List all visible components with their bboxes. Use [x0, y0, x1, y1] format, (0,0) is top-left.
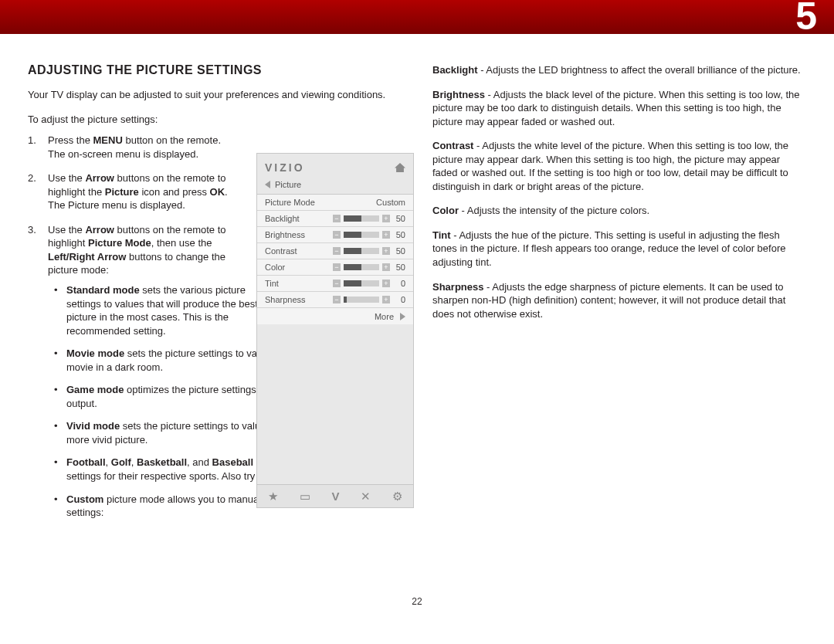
- osd-row[interactable]: Picture ModeCustom: [257, 195, 413, 211]
- osd-row-value: Custom: [376, 198, 405, 207]
- osd-row[interactable]: Backlight−+50: [257, 211, 413, 227]
- page-number: 22: [0, 596, 834, 607]
- plus-icon[interactable]: +: [382, 247, 390, 255]
- osd-breadcrumb[interactable]: Picture: [257, 177, 413, 195]
- slider-bar[interactable]: [344, 215, 379, 222]
- osd-row[interactable]: Color−+50: [257, 259, 413, 276]
- osd-row-value: −+50: [333, 214, 405, 223]
- slider-bar[interactable]: [344, 264, 379, 270]
- plus-icon[interactable]: +: [382, 215, 390, 222]
- step-2: Use the Arrow buttons on the remote to h…: [28, 171, 238, 212]
- osd-row-label: Tint: [265, 279, 279, 288]
- right-column: Backlight - Adjusts the LED brightness t…: [432, 63, 806, 604]
- desc-backlight: Backlight - Adjusts the LED brightness t…: [432, 63, 806, 77]
- plus-icon[interactable]: +: [382, 280, 390, 287]
- close-icon[interactable]: ✕: [361, 490, 371, 503]
- osd-footer: ★ ▭ V ✕ ⚙: [257, 484, 413, 507]
- minus-icon[interactable]: −: [333, 296, 341, 303]
- osd-row[interactable]: Contrast−+50: [257, 243, 413, 259]
- plus-icon[interactable]: +: [382, 296, 390, 303]
- osd-row[interactable]: Sharpness−+0: [257, 292, 413, 308]
- slider-value: 0: [393, 279, 405, 288]
- osd-row-value: −+0: [333, 295, 405, 304]
- osd-panel: VIZIO Picture Picture ModeCustomBackligh…: [256, 153, 414, 508]
- more-label: More: [375, 312, 394, 321]
- back-icon[interactable]: [265, 181, 270, 188]
- desc-tint: Tint - Adjusts the hue of the picture. T…: [432, 229, 806, 269]
- home-icon[interactable]: [395, 163, 405, 172]
- slider-bar[interactable]: [344, 248, 379, 254]
- osd-more[interactable]: More: [257, 308, 413, 324]
- desc-contrast: Contrast - Adjusts the white level of th…: [432, 139, 806, 193]
- osd-row-label: Picture Mode: [265, 198, 315, 207]
- osd-row-label: Backlight: [265, 214, 300, 223]
- crumb-label: Picture: [275, 180, 301, 189]
- chevron-right-icon[interactable]: [400, 313, 405, 320]
- lead-text: To adjust the picture settings:: [28, 113, 402, 127]
- slider-value: 50: [393, 230, 405, 239]
- bullet-standard: Standard mode sets the various picture s…: [48, 283, 258, 337]
- minus-icon[interactable]: −: [333, 215, 341, 222]
- osd-row-label: Sharpness: [265, 295, 306, 304]
- minus-icon[interactable]: −: [333, 280, 341, 287]
- plus-icon[interactable]: +: [382, 263, 390, 271]
- star-icon[interactable]: ★: [268, 490, 278, 503]
- osd-row-value: −+50: [333, 246, 405, 256]
- osd-row-value: −+0: [333, 279, 405, 288]
- page-body: Adjusting the Picture Settings Your TV d…: [0, 34, 834, 612]
- slider-value: 50: [393, 263, 405, 272]
- desc-sharpness: Sharpness - Adjusts the edge sharpness o…: [432, 280, 806, 321]
- desc-color: Color - Adjusts the intensity of the pic…: [432, 204, 806, 218]
- osd-text-value: Custom: [376, 198, 405, 207]
- gear-icon[interactable]: ⚙: [392, 490, 402, 503]
- slider-value: 0: [393, 295, 405, 304]
- chapter-number: 5: [795, 0, 817, 39]
- plus-icon[interactable]: +: [382, 231, 390, 239]
- slider-bar[interactable]: [344, 232, 379, 238]
- osd-row[interactable]: Brightness−+50: [257, 227, 413, 243]
- osd-row-label: Brightness: [265, 230, 305, 239]
- wide-icon[interactable]: ▭: [300, 490, 310, 503]
- chapter-header: 5: [0, 0, 834, 34]
- v-icon[interactable]: V: [331, 490, 339, 503]
- osd-row-value: −+50: [333, 230, 405, 239]
- osd-brand: VIZIO: [265, 161, 305, 174]
- intro-text: Your TV display can be adjusted to suit …: [28, 88, 402, 102]
- slider-value: 50: [393, 214, 405, 223]
- desc-brightness: Brightness - Adjusts the black level of …: [432, 88, 806, 129]
- osd-row-label: Color: [265, 263, 285, 272]
- slider-bar[interactable]: [344, 297, 379, 303]
- minus-icon[interactable]: −: [333, 247, 341, 255]
- step-1: Press the MENU button on the remote. The…: [28, 134, 238, 161]
- section-heading: Adjusting the Picture Settings: [28, 63, 402, 77]
- slider-bar[interactable]: [344, 280, 379, 286]
- slider-value: 50: [393, 246, 405, 256]
- osd-row[interactable]: Tint−+0: [257, 276, 413, 292]
- minus-icon[interactable]: −: [333, 231, 341, 239]
- osd-row-value: −+50: [333, 263, 405, 272]
- osd-rows: Picture ModeCustomBacklight−+50Brightnes…: [257, 195, 413, 324]
- minus-icon[interactable]: −: [333, 263, 341, 271]
- osd-row-label: Contrast: [265, 246, 297, 256]
